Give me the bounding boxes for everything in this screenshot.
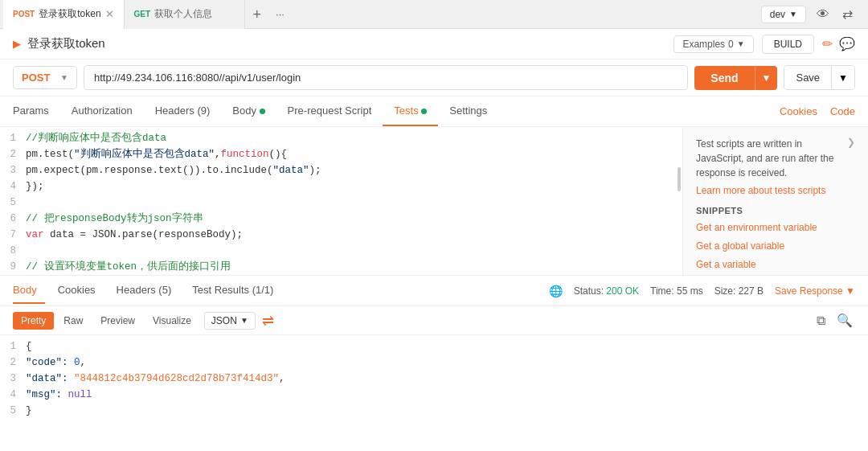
main-content: 1 //判断响应体中是否包含data 2 pm.test("判断响应体中是否包含… [0, 127, 868, 276]
fmt-tab-visualize[interactable]: Visualize [145, 312, 199, 330]
format-icon-btn[interactable]: ⇌ [262, 312, 274, 330]
fmt-tab-preview[interactable]: Preview [92, 312, 143, 330]
eye-icon-btn[interactable]: 👁 [814, 5, 832, 24]
format-select[interactable]: JSON ▼ [204, 312, 256, 330]
collapse-arrow-icon[interactable]: ▶ [13, 38, 21, 50]
method-label: POST [22, 72, 50, 84]
resp-content-5: } [26, 403, 32, 419]
resp-line-1: 1 { [0, 338, 868, 355]
tab-close-icon[interactable]: ✕ [105, 8, 114, 20]
nav-tabs-right: Cookies Code [780, 105, 855, 117]
format-tabs-bar: Pretty Raw Preview Visualize JSON ▼ ⇌ ⧉ … [0, 306, 868, 335]
tab-body[interactable]: Body [221, 96, 276, 126]
url-bar: POST ▼ Send ▼ Save ▼ [0, 59, 868, 96]
search-button[interactable]: 🔍 [834, 310, 855, 330]
snippets-description: Test scripts are written in JavaScript, … [696, 137, 855, 180]
snippets-panel: ❯ Test scripts are written in JavaScript… [683, 127, 868, 275]
method-select[interactable]: POST ▼ [13, 66, 77, 89]
code-line-7: 7 var data = JSON.parse(responseBody); [0, 227, 682, 243]
tab-add-button[interactable]: + [245, 0, 270, 29]
comment-icon[interactable]: 💬 [839, 36, 855, 51]
resp-tab-test-results[interactable]: Test Results (1/1) [184, 277, 281, 304]
response-area: Body Cookies Headers (5) Test Results (1… [0, 276, 868, 422]
line-num-8: 8 [0, 243, 26, 259]
resp-lnum-4: 4 [0, 387, 26, 403]
send-dropdown-button[interactable]: ▼ [755, 66, 778, 90]
line-num-6: 6 [0, 211, 26, 227]
code-line-5: 5 [0, 195, 682, 211]
save-dropdown-button[interactable]: ▼ [831, 66, 854, 89]
format-chevron-icon: ▼ [240, 316, 248, 325]
response-tabs-bar: Body Cookies Headers (5) Test Results (1… [0, 276, 868, 306]
code-link[interactable]: Code [830, 105, 855, 117]
copy-button[interactable]: ⧉ [814, 310, 828, 330]
resp-tab-headers[interactable]: Headers (5) [108, 277, 180, 304]
tab-headers[interactable]: Headers (9) [144, 96, 222, 126]
resp-tab-cookies[interactable]: Cookies [50, 277, 104, 304]
method-badge-post: POST [13, 10, 35, 18]
tab-more-button[interactable]: ··· [269, 0, 291, 29]
cookies-link[interactable]: Cookies [780, 105, 817, 117]
tab-get[interactable]: GET 获取个人信息 [125, 0, 245, 29]
tab-bar-right: dev ▼ 👁 ⇄ [761, 4, 865, 24]
send-btn-group: Send ▼ [694, 66, 777, 90]
size-text: Size: 227 B [714, 285, 764, 297]
code-line-4: 4 }); [0, 178, 682, 195]
tab-pre-request[interactable]: Pre-request Script [276, 96, 383, 126]
response-body[interactable]: 1 { 2 "code": 0, 3 "data": "844812c4b379… [0, 335, 868, 422]
tab-params[interactable]: Params [13, 96, 60, 126]
edit-icon[interactable]: ✏ [822, 36, 833, 51]
tab-title-1: 登录获取token [39, 7, 100, 21]
tab-bar: POST 登录获取token ✕ GET 获取个人信息 + ··· dev ▼ … [0, 0, 868, 29]
send-button[interactable]: Send [694, 66, 754, 90]
examples-button[interactable]: Examples 0 ▼ [674, 35, 753, 53]
response-status-area: 🌐 Status: 200 OK Time: 55 ms Size: 227 B… [549, 285, 855, 297]
examples-label: Examples [682, 39, 725, 50]
line-num-4: 4 [0, 178, 26, 195]
tab-settings[interactable]: Settings [438, 96, 498, 126]
line-content-7: var data = JSON.parse(responseBody); [26, 227, 243, 243]
resp-lnum-1: 1 [0, 338, 26, 355]
method-chevron-icon: ▼ [60, 73, 68, 82]
snippet-item-3[interactable]: Get a variable [696, 259, 855, 270]
method-badge-get: GET [134, 10, 151, 18]
status-value: 200 OK [606, 285, 639, 297]
save-response-chevron-icon: ▼ [845, 285, 855, 297]
build-button[interactable]: BUILD [762, 35, 814, 54]
snippet-item-2[interactable]: Get a global variable [696, 240, 855, 252]
resp-tab-body[interactable]: Body [13, 277, 45, 304]
code-line-3: 3 pm.expect(pm.response.text()).to.inclu… [0, 162, 682, 178]
snippets-title: SNIPPETS [696, 206, 855, 215]
vertical-scrollbar[interactable] [678, 167, 681, 191]
chevron-down-icon-2: ▼ [737, 39, 745, 48]
save-response-button[interactable]: Save Response ▼ [775, 285, 855, 297]
resp-line-2: 2 "code": 0, [0, 355, 868, 371]
time-text: Time: 55 ms [650, 285, 703, 297]
size-value: 227 B [739, 285, 764, 297]
line-content-9: // 设置环境变量token，供后面的接口引用 [26, 259, 231, 275]
tab-tests[interactable]: Tests [383, 96, 438, 126]
tab-authorization[interactable]: Authorization [60, 96, 144, 126]
line-content-3: pm.expect(pm.response.text()).to.include… [26, 162, 321, 178]
status-label: Status: [574, 285, 604, 297]
tab-post[interactable]: POST 登录获取token ✕ [3, 0, 125, 29]
fmt-tab-pretty[interactable]: Pretty [13, 312, 54, 330]
env-selector[interactable]: dev ▼ [761, 6, 806, 23]
save-button[interactable]: Save [784, 66, 831, 89]
line-num-2: 2 [0, 146, 26, 162]
panel-expand-icon[interactable]: ❯ [847, 137, 855, 148]
resp-content-2: "code": 0, [26, 355, 86, 371]
examples-count: 0 [728, 39, 734, 50]
snippet-item-1[interactable]: Get an environment variable [696, 222, 855, 233]
code-line-6: 6 // 把responseBody转为json字符串 [0, 211, 682, 227]
fmt-tab-raw[interactable]: Raw [55, 312, 91, 330]
url-input[interactable] [84, 65, 688, 90]
settings-icon-btn[interactable]: ⇄ [840, 4, 855, 24]
size-label: Size: [714, 285, 736, 297]
resp-lnum-2: 2 [0, 355, 26, 371]
code-line-2: 2 pm.test("判断响应体中是否包含data",function(){ [0, 146, 682, 162]
code-editor[interactable]: 1 //判断响应体中是否包含data 2 pm.test("判断响应体中是否包含… [0, 127, 683, 275]
learn-more-link[interactable]: Learn more about tests scripts [696, 185, 825, 196]
line-num-7: 7 [0, 227, 26, 243]
format-tabs-right: ⧉ 🔍 [814, 310, 855, 330]
